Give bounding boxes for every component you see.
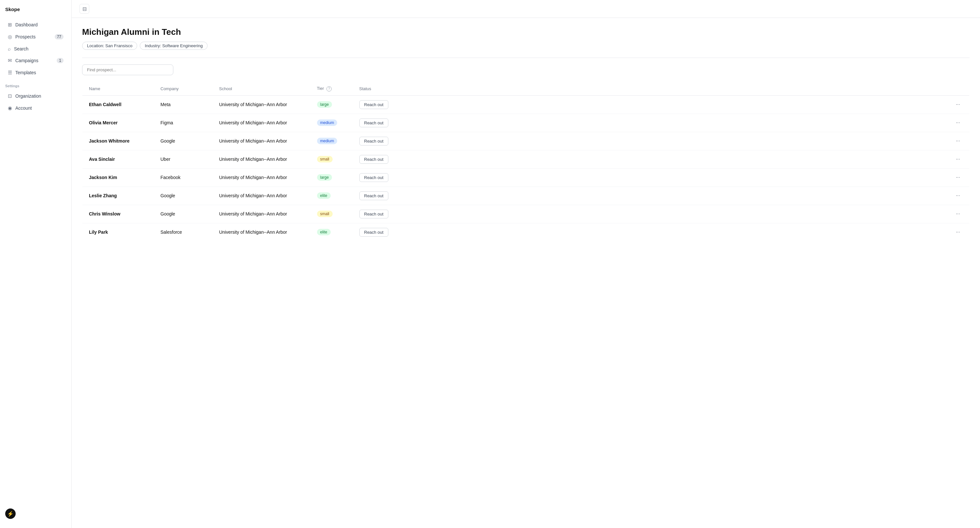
filter-tags: Location: San Fransisco Industry: Softwa…: [82, 42, 970, 50]
reach-out-button[interactable]: Reach out: [360, 100, 388, 109]
cell-tier: large: [310, 168, 353, 187]
cell-school: University of Michigan--Ann Arbor: [213, 205, 310, 223]
bottom-icon-button[interactable]: ⚡: [5, 509, 16, 519]
cell-status: Reach out: [353, 132, 943, 150]
col-header-name: Name: [83, 82, 154, 96]
col-header-school: School: [213, 82, 310, 96]
more-options-button[interactable]: ···: [953, 119, 963, 127]
cell-status: Reach out: [353, 95, 943, 114]
search-icon: ⌕: [8, 46, 11, 51]
cell-actions: ···: [943, 132, 970, 150]
layout-toggle-button[interactable]: ⊟: [80, 4, 89, 14]
reach-out-button[interactable]: Reach out: [360, 155, 388, 164]
cell-actions: ···: [943, 95, 970, 114]
sidebar-item-label: Search: [14, 46, 29, 51]
reach-out-button[interactable]: Reach out: [360, 228, 388, 237]
dashboard-icon: ⊞: [8, 22, 12, 28]
sidebar-item-account[interactable]: ◉ Account: [3, 102, 69, 114]
cell-name: Ethan Caldwell: [83, 95, 154, 114]
more-options-button[interactable]: ···: [953, 173, 963, 182]
campaigns-icon: ✉: [8, 58, 12, 63]
cell-company: Uber: [154, 150, 213, 168]
tier-badge: elite: [317, 229, 331, 235]
cell-school: University of Michigan--Ann Arbor: [213, 150, 310, 168]
sidebar-item-label: Templates: [15, 70, 36, 75]
filter-tag-industry[interactable]: Industry: Software Engineering: [140, 42, 208, 50]
cell-actions: ···: [943, 205, 970, 223]
sidebar-item-organization[interactable]: ⊡ Organization: [3, 90, 69, 102]
reach-out-button[interactable]: Reach out: [360, 137, 388, 146]
sidebar-item-templates[interactable]: ☰ Templates: [3, 67, 69, 78]
content-area: Michigan Alumni in Tech Location: San Fr…: [72, 18, 980, 528]
more-options-button[interactable]: ···: [953, 155, 963, 163]
tier-help-icon[interactable]: ?: [326, 86, 332, 92]
sidebar-item-label: Dashboard: [15, 22, 38, 27]
more-options-button[interactable]: ···: [953, 100, 963, 109]
table-header: Name Company School Tier ? Status: [83, 82, 970, 96]
table-body: Ethan Caldwell Meta University of Michig…: [83, 95, 970, 241]
more-options-button[interactable]: ···: [953, 192, 963, 200]
cell-name: Leslie Zhang: [83, 187, 154, 205]
cell-company: Google: [154, 132, 213, 150]
reach-out-button[interactable]: Reach out: [360, 173, 388, 182]
more-options-button[interactable]: ···: [953, 137, 963, 145]
reach-out-button[interactable]: Reach out: [360, 209, 388, 219]
tier-badge: elite: [317, 192, 331, 199]
cell-tier: small: [310, 150, 353, 168]
sidebar: Skope ⊞ Dashboard ◎ Prospects 77⌕ Search…: [0, 0, 72, 528]
cell-name: Jackson Kim: [83, 168, 154, 187]
tier-badge: medium: [317, 119, 337, 126]
templates-icon: ☰: [8, 70, 12, 76]
cell-school: University of Michigan--Ann Arbor: [213, 168, 310, 187]
more-options-button[interactable]: ···: [953, 209, 963, 218]
top-bar: ⊟: [72, 0, 980, 18]
cell-status: Reach out: [353, 150, 943, 168]
col-header-actions: [943, 82, 970, 96]
cell-tier: medium: [310, 114, 353, 132]
sidebar-settings-nav: ⊡ Organization◉ Account: [0, 90, 72, 114]
cell-school: University of Michigan--Ann Arbor: [213, 114, 310, 132]
cell-status: Reach out: [353, 223, 943, 241]
table-row: Leslie Zhang Google University of Michig…: [83, 187, 970, 205]
filter-tag-location[interactable]: Location: San Fransisco: [82, 42, 137, 50]
cell-company: Google: [154, 205, 213, 223]
col-header-tier: Tier ?: [310, 82, 353, 96]
cell-company: Facebook: [154, 168, 213, 187]
cell-tier: elite: [310, 223, 353, 241]
cell-actions: ···: [943, 223, 970, 241]
reach-out-button[interactable]: Reach out: [360, 119, 388, 127]
reach-out-button[interactable]: Reach out: [360, 192, 388, 200]
cell-name: Olivia Mercer: [83, 114, 154, 132]
cell-school: University of Michigan--Ann Arbor: [213, 95, 310, 114]
cell-tier: small: [310, 205, 353, 223]
tier-badge: medium: [317, 138, 337, 144]
cell-name: Jackson Whitmore: [83, 132, 154, 150]
more-options-button[interactable]: ···: [953, 228, 963, 236]
sidebar-item-label: Organization: [15, 94, 41, 98]
cell-actions: ···: [943, 168, 970, 187]
cell-tier: elite: [310, 187, 353, 205]
cell-company: Google: [154, 187, 213, 205]
table-row: Olivia Mercer Figma University of Michig…: [83, 114, 970, 132]
cell-tier: medium: [310, 132, 353, 150]
tier-badge: large: [317, 174, 332, 181]
table-row: Ava Sinclair Uber University of Michigan…: [83, 150, 970, 168]
sidebar-item-campaigns[interactable]: ✉ Campaigns 1: [3, 55, 69, 67]
col-header-status: Status: [353, 82, 943, 96]
prospects-table: Name Company School Tier ? Status Ethan …: [82, 82, 970, 241]
sidebar-item-label: Account: [15, 105, 32, 111]
cell-school: University of Michigan--Ann Arbor: [213, 187, 310, 205]
cell-tier: large: [310, 95, 353, 114]
sidebar-item-label: Prospects: [15, 34, 35, 40]
cell-company: Figma: [154, 114, 213, 132]
cell-status: Reach out: [353, 114, 943, 132]
page-title: Michigan Alumni in Tech: [82, 27, 970, 37]
sidebar-item-search[interactable]: ⌕ Search: [3, 43, 69, 54]
cell-status: Reach out: [353, 168, 943, 187]
tier-badge: small: [317, 211, 332, 217]
sidebar-item-dashboard[interactable]: ⊞ Dashboard: [3, 19, 69, 30]
sidebar-item-prospects[interactable]: ◎ Prospects 77: [3, 31, 69, 43]
search-input[interactable]: [82, 65, 173, 75]
sidebar-nav: ⊞ Dashboard ◎ Prospects 77⌕ Search ✉ Cam…: [0, 19, 72, 79]
tier-badge: small: [317, 156, 332, 162]
